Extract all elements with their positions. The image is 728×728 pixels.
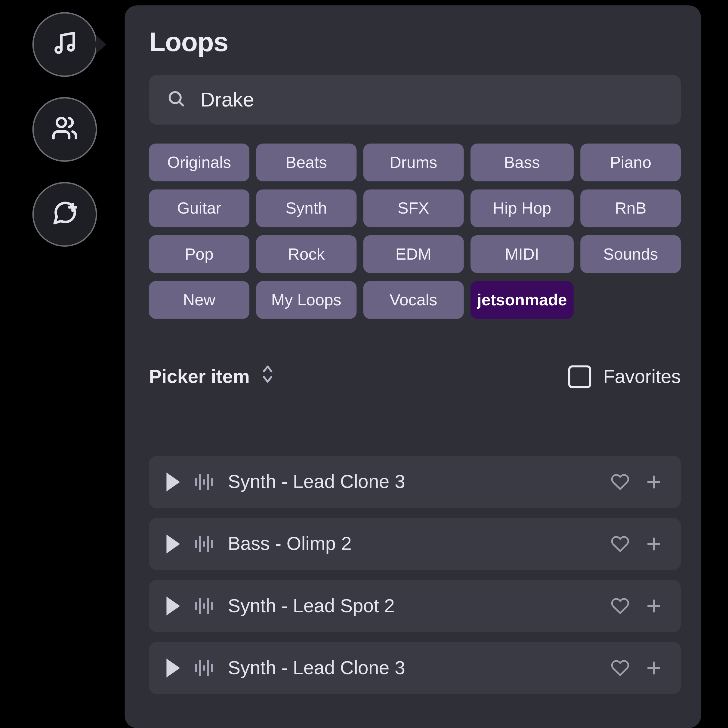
plus-icon[interactable] <box>644 659 663 678</box>
music-note-icon <box>51 30 78 60</box>
play-icon[interactable] <box>166 535 180 554</box>
track-list: Synth - Lead Clone 3Bass - Olimp 2Synth … <box>149 456 681 694</box>
tag-label: Originals <box>167 153 231 172</box>
track-title: Synth - Lead Clone 3 <box>228 657 596 679</box>
panel-title: Loops <box>149 27 681 57</box>
tag-label: Piano <box>610 153 652 172</box>
tag-label: MIDI <box>505 245 539 263</box>
tag-rnb[interactable]: RnB <box>580 190 681 227</box>
tag-sfx[interactable]: SFX <box>363 190 463 227</box>
tag-label: RnB <box>615 199 647 218</box>
svg-point-11 <box>68 45 74 50</box>
heart-icon[interactable] <box>611 535 630 554</box>
sidebar-loops-button[interactable] <box>32 12 97 77</box>
waveform-icon <box>195 474 213 490</box>
track-row[interactable]: Synth - Lead Spot 2 <box>149 580 681 632</box>
tag-label: Synth <box>286 199 327 218</box>
waveform-icon <box>195 660 213 676</box>
tag-label: EDM <box>395 245 431 263</box>
chevron-updown-icon <box>262 365 274 388</box>
plus-icon[interactable] <box>644 596 663 615</box>
play-icon[interactable] <box>166 659 180 678</box>
tag-my-loops[interactable]: My Loops <box>256 281 356 318</box>
tag-label: My Loops <box>271 291 341 309</box>
loops-panel: Loops OriginalsBeatsDrumsBassPianoGuitar… <box>125 5 701 728</box>
track-title: Synth - Lead Spot 2 <box>228 595 596 617</box>
heart-icon[interactable] <box>611 659 630 678</box>
tag-beats[interactable]: Beats <box>256 144 356 181</box>
tag-edm[interactable]: EDM <box>363 235 463 273</box>
track-row[interactable]: Synth - Lead Clone 3 <box>149 642 681 694</box>
track-row[interactable]: Bass - Olimp 2 <box>149 518 681 570</box>
tag-piano[interactable]: Piano <box>580 144 681 181</box>
people-icon <box>51 115 78 144</box>
tag-drums[interactable]: Drums <box>363 144 463 181</box>
tag-label: Guitar <box>177 199 221 218</box>
tag-grid: OriginalsBeatsDrumsBassPianoGuitarSynthS… <box>149 144 681 319</box>
tag-bass[interactable]: Bass <box>470 144 574 181</box>
track-title: Synth - Lead Clone 3 <box>228 471 596 493</box>
waveform-icon <box>195 536 213 552</box>
play-icon[interactable] <box>166 596 180 615</box>
sidebar <box>32 12 97 247</box>
tag-label: Beats <box>286 153 327 172</box>
tag-sounds[interactable]: Sounds <box>580 235 681 273</box>
tag-jetsonmade[interactable]: jetsonmade <box>470 281 574 318</box>
tag-guitar[interactable]: Guitar <box>149 190 249 227</box>
track-title: Bass - Olimp 2 <box>228 533 596 555</box>
sidebar-chat-add-button[interactable] <box>32 182 97 247</box>
waveform-icon <box>195 598 213 614</box>
search-input[interactable] <box>200 89 663 111</box>
tag-synth[interactable]: Synth <box>256 190 356 227</box>
track-row[interactable]: Synth - Lead Clone 3 <box>149 456 681 508</box>
picker-row: Picker item Favorites <box>149 365 681 388</box>
svg-point-10 <box>56 47 61 53</box>
tag-label: Drums <box>390 153 437 172</box>
play-icon[interactable] <box>166 473 180 491</box>
tag-label: New <box>183 291 216 309</box>
heart-icon[interactable] <box>611 596 630 615</box>
tag-label: Bass <box>504 153 540 172</box>
favorites-label: Favorites <box>603 366 681 387</box>
search-icon <box>166 89 185 111</box>
tag-label: Rock <box>288 245 325 263</box>
favorites-checkbox[interactable]: Favorites <box>568 365 681 388</box>
tag-label: jetsonmade <box>477 291 567 309</box>
svg-line-1 <box>179 102 183 106</box>
tag-label: Vocals <box>390 291 437 309</box>
tag-new[interactable]: New <box>149 281 249 318</box>
tag-hip-hop[interactable]: Hip Hop <box>470 190 574 227</box>
plus-icon[interactable] <box>644 535 663 554</box>
tag-label: Hip Hop <box>493 199 551 218</box>
checkbox-icon <box>568 365 591 388</box>
svg-point-12 <box>57 118 66 127</box>
picker-label: Picker item <box>149 366 250 387</box>
tag-originals[interactable]: Originals <box>149 144 249 181</box>
tag-midi[interactable]: MIDI <box>470 235 574 273</box>
search-container[interactable] <box>149 75 681 125</box>
plus-icon[interactable] <box>644 473 663 491</box>
tag-label: Sounds <box>603 245 658 263</box>
sidebar-people-button[interactable] <box>32 97 97 162</box>
tag-pop[interactable]: Pop <box>149 235 249 273</box>
tag-vocals[interactable]: Vocals <box>363 281 463 318</box>
tag-label: SFX <box>398 199 429 218</box>
heart-icon[interactable] <box>611 473 630 491</box>
chat-add-icon <box>51 199 78 229</box>
tag-rock[interactable]: Rock <box>256 235 356 273</box>
sort-picker[interactable]: Picker item <box>149 365 274 388</box>
tag-label: Pop <box>185 245 214 263</box>
